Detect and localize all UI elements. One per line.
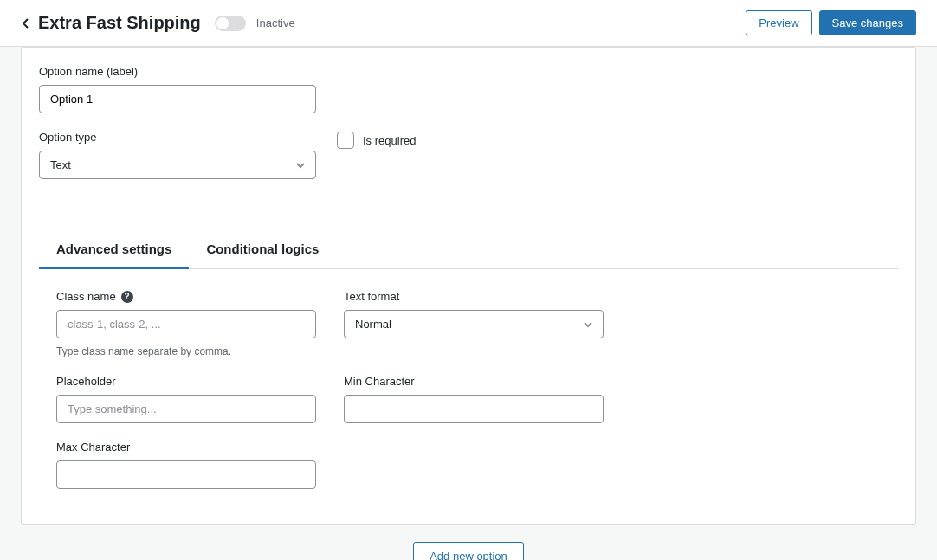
option-type-select[interactable]: Text [39, 151, 316, 179]
status-text: Inactive [256, 16, 295, 29]
max-character-label: Max Character [56, 441, 316, 454]
preview-button[interactable]: Preview [746, 10, 811, 35]
page-title: Extra Fast Shipping [38, 13, 201, 33]
class-name-help-text: Type class name separate by comma. [56, 345, 316, 357]
placeholder-label: Placeholder [56, 375, 316, 388]
placeholder-input[interactable] [56, 395, 316, 423]
tab-advanced-settings[interactable]: Advanced settings [39, 231, 189, 269]
min-character-label: Min Character [344, 375, 604, 388]
is-required-checkbox[interactable] [337, 132, 354, 149]
option-name-label: Option name (label) [39, 65, 316, 78]
save-button[interactable]: Save changes [819, 10, 916, 35]
toggle-knob [216, 17, 229, 29]
text-format-label: Text format [344, 290, 604, 303]
back-button[interactable] [21, 18, 31, 29]
help-icon[interactable]: ? [121, 291, 133, 303]
status-toggle[interactable] [215, 16, 246, 31]
text-format-select[interactable]: Normal [344, 310, 604, 338]
min-character-input[interactable] [344, 395, 604, 423]
tab-conditional-logics[interactable]: Conditional logics [189, 231, 336, 269]
is-required-label: Is required [363, 134, 416, 147]
max-character-input[interactable] [56, 460, 316, 489]
class-name-input[interactable] [56, 310, 316, 338]
add-new-option-button[interactable]: Add new option [413, 542, 524, 560]
tabs: Advanced settings Conditional logics [39, 231, 898, 269]
option-name-input[interactable] [39, 85, 316, 113]
class-name-label: Class name [56, 290, 116, 303]
chevron-left-icon [21, 18, 31, 29]
option-card: Option name (label) Option type Text Is … [21, 47, 916, 525]
option-type-label: Option type [39, 131, 316, 144]
